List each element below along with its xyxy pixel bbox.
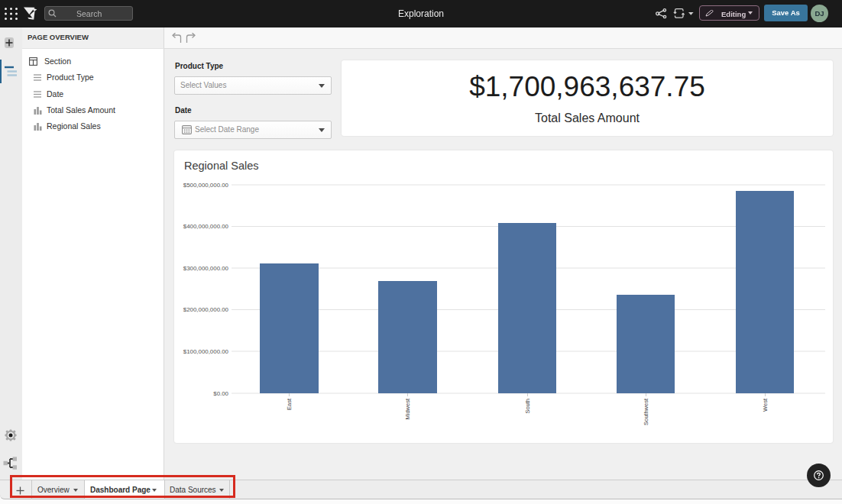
- svg-text:Southwest: Southwest: [643, 398, 649, 425]
- svg-text:$500,000,000.00: $500,000,000.00: [183, 182, 229, 189]
- svg-text:Regional Sales: Regional Sales: [184, 160, 259, 172]
- svg-text:$400,000,000.00: $400,000,000.00: [183, 223, 229, 230]
- svg-text:$0.00: $0.00: [213, 390, 228, 397]
- svg-text:Midwest: Midwest: [404, 398, 411, 419]
- svg-text:South: South: [524, 399, 531, 414]
- svg-text:$100,000,000.00: $100,000,000.00: [183, 348, 229, 355]
- svg-text:East: East: [286, 398, 293, 410]
- svg-text:$200,000,000.00: $200,000,000.00: [183, 306, 229, 313]
- svg-text:$300,000,000.00: $300,000,000.00: [183, 265, 229, 272]
- svg-text:West: West: [762, 398, 769, 412]
